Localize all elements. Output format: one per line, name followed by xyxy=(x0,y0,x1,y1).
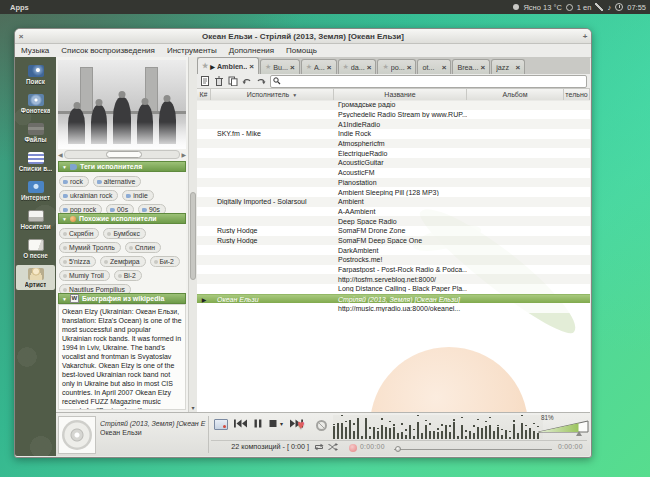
collapse-icon[interactable]: ▼ xyxy=(62,216,67,222)
playlist-row[interactable]: ▶ ÉlectriqueRadio xyxy=(197,148,590,158)
tab-close-icon[interactable]: × xyxy=(290,63,295,72)
photo-carousel-scrollbar[interactable]: ◀ ▶ xyxy=(58,150,186,159)
tag-chip[interactable]: indie xyxy=(122,190,153,201)
playlist-row[interactable]: ▶ Long Distance Calling - Black Paper Pl… xyxy=(197,284,590,294)
carousel-thumb[interactable] xyxy=(106,151,142,158)
tag-chip[interactable]: alternative xyxy=(93,176,141,187)
similar-artist-chip[interactable]: Bi-2 xyxy=(114,270,142,281)
volume-thumb[interactable] xyxy=(576,431,582,436)
tab-close-icon[interactable]: × xyxy=(442,63,447,72)
carousel-left-icon[interactable]: ◀ xyxy=(58,151,63,158)
collapse-icon[interactable]: ▼ xyxy=(62,296,67,302)
tag-chip[interactable]: ukrainian rock xyxy=(59,190,118,201)
repeat-icon[interactable] xyxy=(314,443,324,451)
window-titlebar[interactable]: × Океан Ельзи - Стріляй (2013, Земля) [О… xyxy=(15,29,591,44)
sidebar-item[interactable]: Списки в... xyxy=(16,149,55,174)
new-playlist-icon[interactable] xyxy=(200,76,210,86)
playlist-tab[interactable]: ★ ▶ Ambien... × xyxy=(197,57,259,74)
playlist-filter-box[interactable] xyxy=(270,75,587,88)
apps-menu[interactable]: Apps xyxy=(10,3,29,12)
playlist-row[interactable]: ▶ AcousticGuitar xyxy=(197,158,590,168)
menu-item[interactable]: Музыка xyxy=(15,46,55,55)
previous-button[interactable] xyxy=(234,419,247,428)
similar-artist-chip[interactable]: Zемфира xyxy=(100,256,146,267)
scrobble-indicator-icon[interactable] xyxy=(349,444,357,452)
tab-close-icon[interactable]: × xyxy=(367,63,372,72)
sidebar-item[interactable]: Поиск xyxy=(16,62,55,87)
sidebar-item[interactable]: Носители xyxy=(16,207,55,232)
menu-item[interactable]: Дополнения xyxy=(223,46,280,55)
love-track-icon[interactable]: ♥ xyxy=(297,417,305,432)
redo-icon[interactable] xyxy=(256,76,266,86)
playlist-row[interactable]: ▶ Psychedelic Radio Stream by www.RUP... xyxy=(197,110,590,120)
artist-pane-scrollbar[interactable]: ▾ xyxy=(188,57,197,412)
tags-section-header[interactable]: ▼ Теги исполнителя xyxy=(58,161,186,172)
similar-artist-chip[interactable]: Мумий Тролль xyxy=(59,242,121,253)
playlist-row[interactable]: ▶ A-AAmbient xyxy=(197,207,590,217)
copy-playlist-icon[interactable] xyxy=(228,76,238,86)
playlist-row[interactable]: ▶ Громадське радіо xyxy=(197,100,590,110)
playlist-tab[interactable]: ★ ▶ A... × xyxy=(301,59,337,74)
favorite-star-icon[interactable]: ★ xyxy=(306,63,312,71)
sidebar-item[interactable]: Артист xyxy=(16,265,55,290)
menu-item[interactable]: Помощь xyxy=(280,46,323,55)
playlist-row[interactable]: ▶ Digitally Imported - Solarsoul Ambient xyxy=(197,197,590,207)
menu-item[interactable]: Инструменты xyxy=(161,46,223,55)
playlist-tab[interactable]: ★ ▶ ot... × xyxy=(417,59,451,74)
similar-artist-chip[interactable]: Сплин xyxy=(125,242,161,253)
playlist-row[interactable]: ▶ Ambient Sleeping Pill (128 MP3) xyxy=(197,187,590,197)
biography-section-header[interactable]: ▼ W Биография из wikipedia xyxy=(58,293,186,304)
clock-label[interactable]: 07:55 xyxy=(627,3,646,12)
volume-control[interactable]: 81% xyxy=(538,413,591,439)
window-close-button[interactable]: × xyxy=(15,32,27,41)
similar-artist-chip[interactable]: Бумбокс xyxy=(103,228,145,239)
favorite-star-icon[interactable]: ★ xyxy=(202,62,208,70)
playlist-row[interactable]: ▶ http://music.myradio.ua:8000/okeanel..… xyxy=(197,303,590,313)
playlist-filter-input[interactable] xyxy=(283,77,584,86)
playlist-tab[interactable]: ★ ▶ Brea... × xyxy=(452,59,490,74)
favorite-star-icon[interactable]: ★ xyxy=(343,63,349,71)
similar-artist-chip[interactable]: Скрябін xyxy=(59,228,99,239)
edit-icon[interactable] xyxy=(595,3,603,11)
column-header-title[interactable]: Название xyxy=(334,89,467,100)
tab-close-icon[interactable]: × xyxy=(249,62,254,71)
undo-icon[interactable] xyxy=(242,76,252,86)
favorite-star-icon[interactable]: ★ xyxy=(382,63,388,71)
seek-slider[interactable] xyxy=(394,446,552,452)
tag-chip[interactable]: rock xyxy=(59,176,89,187)
collapse-icon[interactable]: ▼ xyxy=(62,164,67,170)
playlist-row[interactable]: ▶ Pianostation xyxy=(197,178,590,188)
scrollbar-thumb[interactable] xyxy=(190,192,196,280)
sidebar-item[interactable]: Интернет xyxy=(16,178,55,203)
playlist-row[interactable]: ▶ Postrocks.me! xyxy=(197,255,590,265)
carousel-track[interactable] xyxy=(64,150,181,159)
osd-toggle-icon[interactable] xyxy=(214,419,228,430)
playlist-row[interactable]: ▶ AcousticFM xyxy=(197,168,590,178)
playlist-row[interactable]: ▶ SKY.fm - Mike Indie Rock xyxy=(197,129,590,139)
window-maximize-button[interactable]: + xyxy=(579,32,591,41)
column-header-tracknum[interactable]: К# xyxy=(197,89,211,100)
playlist-row[interactable]: ▶ Rusty Hodge SomaFM Drone Zone xyxy=(197,226,590,236)
tab-close-icon[interactable]: × xyxy=(407,63,412,72)
playlist-row[interactable]: ▶ A1IndieRadio xyxy=(197,119,590,129)
ban-track-icon[interactable] xyxy=(316,420,327,431)
sidebar-item[interactable]: О песне xyxy=(16,236,55,261)
playlist-tab[interactable]: ★ ▶ da... × xyxy=(338,59,377,74)
column-header-artist[interactable]: Исполнитель▼ xyxy=(211,89,334,100)
carousel-right-icon[interactable]: ▶ xyxy=(181,151,186,158)
playlist-row[interactable]: ▶ http://tosfm.serveblog.net:8000/ xyxy=(197,274,590,284)
music-note-icon[interactable]: ♪ xyxy=(607,3,611,12)
playlist-tab[interactable]: ★ ▶ Bu... × xyxy=(260,59,300,74)
stop-options-dropdown-icon[interactable]: ▾ xyxy=(280,420,283,427)
tab-close-icon[interactable]: × xyxy=(481,63,486,72)
similar-artists-section-header[interactable]: ▼ Похожие исполнители xyxy=(58,213,186,224)
menu-item[interactable]: Список воспроизведения xyxy=(55,46,161,55)
favorite-star-icon[interactable]: ★ xyxy=(265,63,271,71)
tab-close-icon[interactable]: × xyxy=(516,63,521,72)
sidebar-item[interactable]: Файлы xyxy=(16,120,55,145)
column-header-duration[interactable]: тельно xyxy=(564,89,590,100)
playlist-row[interactable]: ▶ DarkAmbient xyxy=(197,245,590,255)
column-header-album[interactable]: Альбом xyxy=(467,89,564,100)
scrollbar-down-icon[interactable]: ▾ xyxy=(189,404,197,411)
playlist-row[interactable]: ▶ Rusty Hodge SomaFM Deep Space One xyxy=(197,236,590,246)
